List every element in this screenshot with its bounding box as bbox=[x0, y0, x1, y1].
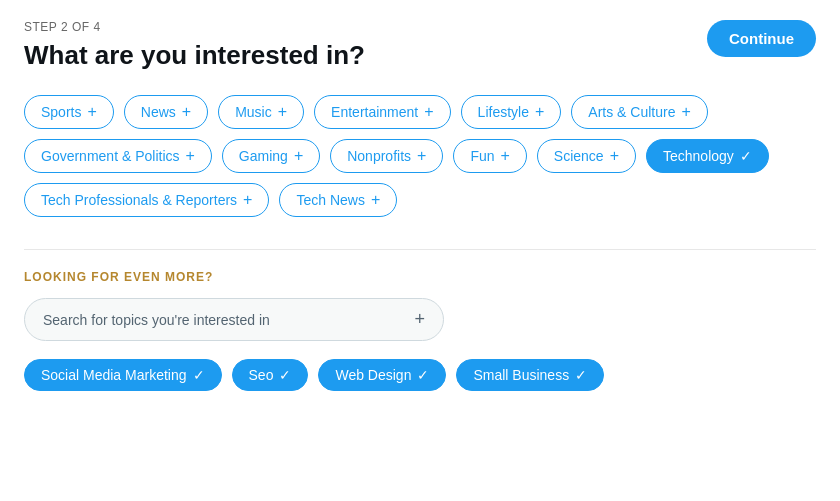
plus-icon: + bbox=[424, 103, 433, 121]
tag-label: Web Design bbox=[335, 367, 411, 383]
plus-icon: + bbox=[681, 103, 690, 121]
topics-section: Sports+News+Music+Entertainment+Lifestyl… bbox=[24, 95, 816, 217]
tag-lifestyle[interactable]: Lifestyle+ bbox=[461, 95, 562, 129]
more-label: LOOKING FOR EVEN MORE? bbox=[24, 270, 816, 284]
plus-icon: + bbox=[294, 147, 303, 165]
tag-label: Entertainment bbox=[331, 104, 418, 120]
selected-tag-web-design[interactable]: Web Design✓ bbox=[318, 359, 446, 391]
selected-tags-row: Social Media Marketing✓Seo✓Web Design✓Sm… bbox=[24, 359, 816, 391]
tag-label: Nonprofits bbox=[347, 148, 411, 164]
tag-label: Seo bbox=[249, 367, 274, 383]
search-placeholder: Search for topics you're interested in bbox=[43, 312, 270, 328]
search-bar[interactable]: Search for topics you're interested in + bbox=[24, 298, 444, 341]
plus-icon: + bbox=[278, 103, 287, 121]
tag-label: Fun bbox=[470, 148, 494, 164]
tag-science[interactable]: Science+ bbox=[537, 139, 636, 173]
tag-technology[interactable]: Technology✓ bbox=[646, 139, 769, 173]
plus-icon: + bbox=[87, 103, 96, 121]
tag-label: Lifestyle bbox=[478, 104, 529, 120]
continue-button[interactable]: Continue bbox=[707, 20, 816, 57]
section-divider bbox=[24, 249, 816, 250]
page-title: What are you interested in? bbox=[24, 40, 365, 71]
tag-label: Sports bbox=[41, 104, 81, 120]
tag-entertainment[interactable]: Entertainment+ bbox=[314, 95, 451, 129]
tag-label: Tech News bbox=[296, 192, 364, 208]
tag-label: Music bbox=[235, 104, 272, 120]
header-row: STEP 2 OF 4 What are you interested in? … bbox=[24, 20, 816, 71]
tag-label: Government & Politics bbox=[41, 148, 180, 164]
tags-row-3: Tech Professionals & Reporters+Tech News… bbox=[24, 183, 816, 217]
plus-icon: + bbox=[371, 191, 380, 209]
selected-tag-social-media[interactable]: Social Media Marketing✓ bbox=[24, 359, 222, 391]
tags-row-2: Government & Politics+Gaming+Nonprofits+… bbox=[24, 139, 816, 173]
check-icon: ✓ bbox=[417, 367, 429, 383]
check-icon: ✓ bbox=[740, 148, 752, 164]
check-icon: ✓ bbox=[279, 367, 291, 383]
check-icon: ✓ bbox=[193, 367, 205, 383]
tag-gaming[interactable]: Gaming+ bbox=[222, 139, 320, 173]
plus-icon: + bbox=[610, 147, 619, 165]
check-icon: ✓ bbox=[575, 367, 587, 383]
plus-icon: + bbox=[182, 103, 191, 121]
tags-row-1: Sports+News+Music+Entertainment+Lifestyl… bbox=[24, 95, 816, 129]
tag-label: Gaming bbox=[239, 148, 288, 164]
tag-label: Tech Professionals & Reporters bbox=[41, 192, 237, 208]
tag-label: Social Media Marketing bbox=[41, 367, 187, 383]
tag-sports[interactable]: Sports+ bbox=[24, 95, 114, 129]
plus-icon: + bbox=[186, 147, 195, 165]
tag-arts-culture[interactable]: Arts & Culture+ bbox=[571, 95, 707, 129]
plus-icon: + bbox=[501, 147, 510, 165]
selected-tag-small-business[interactable]: Small Business✓ bbox=[456, 359, 604, 391]
selected-tag-seo[interactable]: Seo✓ bbox=[232, 359, 309, 391]
tag-label: Small Business bbox=[473, 367, 569, 383]
tag-label: Arts & Culture bbox=[588, 104, 675, 120]
tag-tech-professionals[interactable]: Tech Professionals & Reporters+ bbox=[24, 183, 269, 217]
tag-tech-news[interactable]: Tech News+ bbox=[279, 183, 397, 217]
tag-music[interactable]: Music+ bbox=[218, 95, 304, 129]
search-plus-icon: + bbox=[414, 309, 425, 330]
tag-label: News bbox=[141, 104, 176, 120]
plus-icon: + bbox=[535, 103, 544, 121]
step-label: STEP 2 OF 4 bbox=[24, 20, 365, 34]
more-section: LOOKING FOR EVEN MORE? Search for topics… bbox=[24, 270, 816, 391]
plus-icon: + bbox=[417, 147, 426, 165]
tag-label: Science bbox=[554, 148, 604, 164]
header-left: STEP 2 OF 4 What are you interested in? bbox=[24, 20, 365, 71]
tag-gov-politics[interactable]: Government & Politics+ bbox=[24, 139, 212, 173]
tag-label: Technology bbox=[663, 148, 734, 164]
tag-nonprofits[interactable]: Nonprofits+ bbox=[330, 139, 443, 173]
plus-icon: + bbox=[243, 191, 252, 209]
tag-news[interactable]: News+ bbox=[124, 95, 208, 129]
tag-fun[interactable]: Fun+ bbox=[453, 139, 526, 173]
